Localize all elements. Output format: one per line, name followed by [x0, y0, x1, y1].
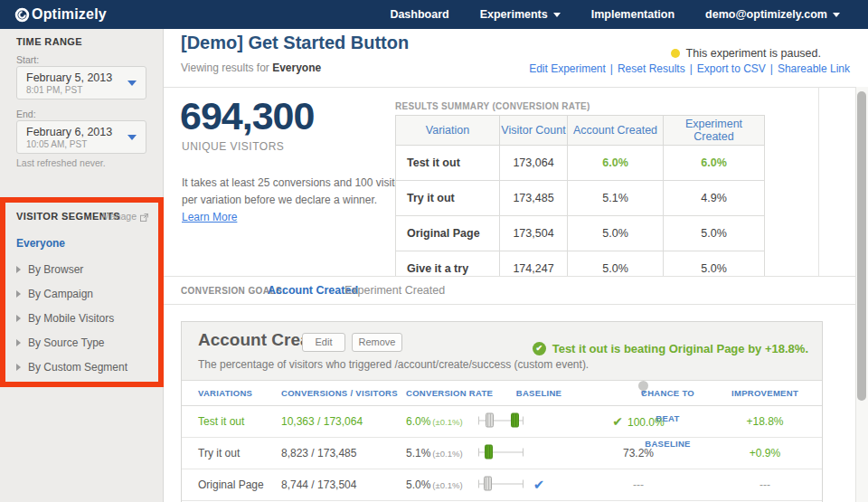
- header-divider: [164, 87, 855, 88]
- conversions-visitors: 10,363 / 173,064: [281, 415, 363, 428]
- viewing-segment-name: Everyone: [272, 62, 321, 74]
- sidebar: TIME RANGE Start: February 5, 2013 8:01 …: [0, 29, 164, 502]
- last-refreshed-text: Last refreshed never.: [16, 157, 106, 168]
- table-row: Original Page 173,504 5.0% 5.0%: [396, 216, 765, 251]
- variation-rate-handle[interactable]: [511, 413, 519, 428]
- column-conversion-rate: CONVERSION RATE: [406, 381, 493, 406]
- table-row: Test it out 173,064 6.0% 6.0%: [396, 146, 765, 181]
- learn-more-link[interactable]: Learn More: [182, 211, 237, 223]
- remove-goal-button[interactable]: Remove: [352, 333, 402, 352]
- goal-description: The percentage of visitors who triggered…: [198, 358, 589, 371]
- conversion-rate: 5.1%(±0.1%): [406, 447, 463, 459]
- conversion-rate: 6.0%(±0.1%): [406, 415, 463, 428]
- start-date-value: February 5, 2013: [26, 71, 112, 84]
- account-created-rate: 6.0%: [568, 146, 664, 181]
- content-right-border: [818, 87, 819, 276]
- conversions-visitors: 8,823 / 173,485: [281, 447, 356, 459]
- check-circle-icon: ✔: [533, 342, 546, 355]
- chevron-right-icon: [16, 339, 21, 346]
- table-row: Try it out 173,485 5.1% 4.9%: [396, 181, 765, 216]
- tab-experiment-created[interactable]: Experiment Created: [344, 284, 445, 297]
- start-label: Start:: [16, 54, 39, 65]
- improvement: +0.9%: [720, 447, 810, 459]
- variation-rate-handle[interactable]: [485, 445, 493, 459]
- table-row: Try it out 8,823 / 173,485 5.1%(±0.1%) 7…: [182, 438, 822, 469]
- manage-segments-link[interactable]: Manage: [102, 211, 148, 222]
- shareable-link[interactable]: Shareable Link: [778, 62, 850, 75]
- start-date-picker[interactable]: February 5, 2013 8:01 PM, PST: [16, 66, 146, 99]
- improvement: ---: [720, 478, 810, 491]
- winner-declaration-note: It takes at least 25 conversions and 100…: [182, 175, 417, 208]
- chevron-down-icon: [553, 13, 561, 17]
- segment-by-source-type[interactable]: By Source Type: [16, 336, 105, 349]
- reset-results-link[interactable]: Reset Results: [618, 62, 685, 75]
- error-margin: (±0.1%): [432, 480, 462, 490]
- confidence-interval-slider[interactable]: [478, 445, 524, 462]
- column-baseline: BASELINE: [512, 381, 566, 406]
- experiment-status: This experiment is paused.: [671, 47, 821, 60]
- winner-check-icon: ✔: [612, 414, 623, 429]
- segment-by-campaign[interactable]: By Campaign: [16, 288, 93, 300]
- account-created-rate: 5.1%: [568, 181, 664, 216]
- segment-everyone-selected[interactable]: Everyone: [16, 237, 65, 250]
- results-summary-table: Variation Visitor Count Account Created …: [395, 115, 765, 287]
- column-improvement: IMPROVEMENT: [720, 381, 810, 406]
- chevron-right-icon: [16, 266, 21, 273]
- segment-by-browser[interactable]: By Browser: [16, 263, 83, 276]
- conversion-goals-bar: CONVERSION GOALS: Account Created Experi…: [164, 276, 855, 305]
- segment-by-custom-segment[interactable]: By Custom Segment: [16, 361, 127, 374]
- nav-experiments[interactable]: Experiments: [465, 8, 576, 21]
- chevron-down-icon: [127, 81, 137, 86]
- chevron-down-icon: [833, 13, 840, 17]
- baseline-check-icon: ✔: [512, 477, 566, 493]
- time-range-heading: TIME RANGE: [16, 36, 82, 47]
- top-navigation-bar: Optimizely Dashboard Experiments Impleme…: [0, 0, 868, 29]
- vertical-scrollbar-thumb[interactable]: [857, 91, 866, 401]
- link-separator: |: [770, 62, 773, 75]
- nav-dashboard[interactable]: Dashboard: [374, 8, 464, 21]
- start-time-value: 8:01 PM, PST: [26, 85, 82, 95]
- edit-experiment-link[interactable]: Edit Experiment: [529, 62, 606, 75]
- confidence-interval-slider[interactable]: [478, 413, 524, 431]
- column-variation: Variation: [396, 116, 500, 146]
- viewing-results-text: Viewing results for Everyone: [181, 62, 321, 74]
- edit-goal-button[interactable]: Edit: [302, 333, 345, 352]
- variation-name: Test it out: [396, 146, 500, 181]
- optimizely-logo[interactable]: Optimizely: [14, 6, 107, 23]
- summary-header-row: Variation Visitor Count Account Created …: [396, 116, 765, 146]
- nav-implementation[interactable]: Implementation: [576, 8, 690, 21]
- external-link-icon: [140, 213, 148, 221]
- unique-visitors-count: 694,300: [180, 94, 314, 138]
- header-action-links: Edit Experiment | Reset Results | Export…: [529, 62, 850, 75]
- logo-text: Optimizely: [32, 6, 107, 23]
- table-row: Test it out 10,363 / 173,064 6.0%(±0.1%)…: [182, 406, 822, 438]
- export-to-csv-link[interactable]: Export to CSV: [697, 62, 766, 75]
- help-question-icon[interactable]: ?: [638, 381, 648, 391]
- visitor-count: 173,064: [500, 146, 568, 181]
- paused-status-icon: [671, 49, 680, 58]
- variation-name: Original Page: [396, 216, 500, 251]
- chance-to-beat-baseline: ✔100.0%: [580, 414, 697, 429]
- chevron-right-icon: [16, 290, 21, 298]
- chevron-right-icon: [16, 364, 21, 371]
- error-margin: (±0.1%): [432, 417, 462, 427]
- variations-table-header: VARIATIONS CONVERSIONS / VISITORS CONVER…: [182, 381, 822, 406]
- table-row: Original Page 8,744 / 173,504 5.0%(±0.1%…: [182, 469, 822, 501]
- column-account-created: Account Created: [568, 116, 664, 146]
- nav-account-menu[interactable]: demo@optimizely.com: [690, 8, 855, 21]
- chevron-down-icon: [127, 135, 137, 140]
- end-date-picker[interactable]: February 6, 2013 10:05 AM, PST: [16, 120, 146, 154]
- baseline-rate-handle[interactable]: [486, 413, 494, 428]
- column-experiment-created: Experiment Created: [664, 116, 765, 146]
- chevron-right-icon: [16, 315, 21, 322]
- end-label: End:: [16, 109, 36, 119]
- chance-to-beat-baseline: ---: [580, 478, 697, 491]
- variation-name: Try it out: [198, 447, 240, 459]
- account-created-goal-panel: Account Created Edit Remove The percenta…: [181, 321, 823, 502]
- results-summary-heading: RESULTS SUMMARY (CONVERSION RATE): [395, 101, 590, 111]
- segment-by-mobile-visitors[interactable]: By Mobile Visitors: [16, 312, 114, 325]
- column-visitor-count: Visitor Count: [500, 116, 568, 146]
- link-separator: |: [610, 62, 613, 75]
- experiment-created-rate: 6.0%: [664, 146, 765, 181]
- baseline-rate-handle[interactable]: [484, 477, 492, 491]
